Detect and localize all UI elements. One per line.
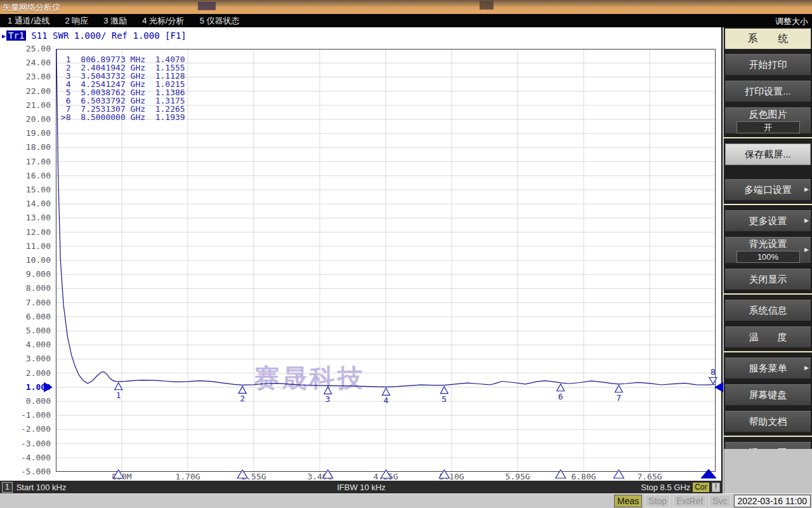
y-tick-label: 17.00 — [1, 157, 51, 167]
marker-7-axis-pointer[interactable] — [613, 470, 624, 478]
trace-name-badge[interactable]: Tr1 — [6, 30, 26, 41]
marker-8-axis-pointer[interactable] — [701, 469, 716, 478]
marker-5-handle[interactable] — [440, 387, 448, 394]
y-tick-label: 12.00 — [1, 227, 51, 237]
menu-bar: 1 通道/迹线2 响应3 激励4 光标/分析5 仪器状态调整大小 — [0, 14, 812, 27]
softkey-gap — [724, 165, 812, 174]
y-tick-label: 19.00 — [1, 128, 51, 138]
marker-4-handle[interactable] — [383, 388, 390, 395]
temperature-button[interactable]: 温 度 — [725, 326, 811, 348]
active-trace-arrow-icon: ▶ — [2, 32, 6, 39]
screen-keyboard-button-label: 屏幕键盘 — [749, 389, 787, 401]
channel-status-bar: 1 Start 100 kHz IFBW 10 kHz Stop 8.5 GHz… — [0, 481, 723, 493]
x-tick-label: 5.10G — [426, 472, 477, 481]
marker-readout-table: 1 806.89773 MHz 1.4070 2 2.4041942 GHz 1… — [61, 55, 185, 121]
menu-response[interactable]: 2 响应 — [57, 15, 96, 27]
y-tick-label: 9.000 — [1, 269, 51, 279]
softkey-menu: 系 统 开始打印打印设置...反色图片开保存截屏...多端口设置▶更多设置▶背光… — [724, 27, 812, 449]
start-print-button[interactable]: 开始打印 — [725, 54, 811, 76]
system-info-button[interactable]: 系统信息 — [725, 300, 811, 321]
y-tick-label: 11.00 — [1, 241, 51, 251]
temperature-button-label: 温 度 — [749, 331, 787, 344]
taskbar: MeasStopExtRefSvc2022-03-16 11:00 — [0, 493, 812, 508]
invert-image-button[interactable]: 反色图片开 — [725, 107, 811, 134]
y-tick-label: 20.00 — [1, 114, 51, 124]
titlebar-artifact — [198, 2, 216, 10]
resize-button[interactable]: 调整大小 — [775, 16, 808, 27]
marker-8-number: 8 — [710, 367, 716, 377]
stop-frequency-label: Stop 8.5 GHz — [641, 483, 690, 492]
softkey-separator — [724, 204, 812, 205]
print-settings-button[interactable]: 打印设置... — [725, 81, 811, 102]
vna-application-window: 矢量网络分析仪 1 通道/迹线2 响应3 激励4 光标/分析5 仪器状态调整大小… — [0, 0, 812, 508]
trace-markers: 12345678 — [114, 367, 717, 478]
backlight-settings-button[interactable]: 背光设置100%▶ — [725, 237, 811, 264]
menu-marker-analysis[interactable]: 4 光标/分析 — [134, 15, 192, 27]
svc-indicator: Svc — [709, 495, 730, 507]
y-tick-label: 16.00 — [1, 171, 51, 181]
multiport-settings-button[interactable]: 多端口设置▶ — [725, 179, 811, 201]
submenu-arrow-icon: ▶ — [804, 364, 809, 371]
screen-keyboard-button[interactable]: 屏幕键盘 — [725, 384, 811, 406]
backlight-settings-button-value[interactable]: 100% — [737, 251, 800, 263]
stop-indicator: Stop — [645, 495, 670, 507]
y-tick-label: 22.00 — [1, 86, 51, 97]
marker-4-number: 4 — [384, 396, 389, 405]
invert-image-button-label: 反色图片 — [749, 109, 787, 121]
warning-badge: ! — [712, 483, 720, 492]
ifbw-label: IFBW 10 kHz — [0, 483, 723, 492]
y-tick-label: 23.00 — [1, 72, 51, 82]
submenu-arrow-icon: ▶ — [804, 217, 809, 224]
marker-2-number: 2 — [240, 394, 245, 403]
marker-3-handle[interactable] — [324, 387, 332, 394]
close-display-button[interactable]: 关闭显示 — [725, 269, 811, 290]
y-tick-label: 7.000 — [1, 298, 51, 308]
y-tick-label: 2.000 — [1, 368, 51, 378]
y-tick-label: 0.000 — [1, 396, 51, 406]
trace-header: ▶ Tr1 S11 SWR 1.000/ Ref 1.000 [F1] — [2, 30, 187, 41]
marker-8-handle[interactable] — [709, 377, 717, 384]
multiport-settings-button-label: 多端口设置 — [744, 184, 792, 196]
more-settings-button[interactable]: 更多设置▶ — [725, 210, 811, 232]
y-tick-label: 13.00 — [1, 213, 51, 223]
menu-stimulus[interactable]: 3 激励 — [96, 15, 134, 27]
titlebar-artifact — [480, 1, 494, 10]
ref-level-pointer-right[interactable] — [714, 382, 723, 392]
submenu-arrow-icon: ▶ — [804, 186, 809, 192]
softkey-separator — [724, 293, 812, 295]
y-tick-label: 8.000 — [1, 283, 51, 293]
save-screenshot-button[interactable]: 保存截屏... — [725, 144, 811, 165]
y-tick-label: 25.00 — [1, 44, 51, 54]
softkey-menu-title: 系 统 — [725, 29, 811, 49]
x-tick-label: 3.40G — [294, 472, 345, 481]
marker-readout-row: >8 8.5000000 GHz 1.1939 — [61, 113, 185, 121]
trace-format-text: S11 SWR 1.000/ Ref 1.000 [F1] — [31, 30, 186, 41]
print-settings-button-label: 打印设置... — [745, 86, 791, 98]
y-tick-label: 21.00 — [1, 100, 51, 110]
menu-instrument-state[interactable]: 5 仪器状态 — [192, 15, 247, 27]
y-tick-label: 15.00 — [1, 185, 51, 195]
service-menu-button[interactable]: 服务菜单▶ — [725, 358, 811, 379]
marker-1-number: 1 — [116, 391, 121, 400]
chart-panel: ▶ Tr1 S11 SWR 1.000/ Ref 1.000 [F1] 25.0… — [0, 27, 723, 481]
softkey-separator — [724, 137, 812, 138]
extref-indicator: ExtRef — [673, 495, 706, 507]
y-tick-label: 5.000 — [1, 326, 51, 336]
backlight-settings-button-label: 背光设置 — [749, 238, 787, 250]
sidebar-empty-area — [724, 449, 812, 493]
invert-image-button-value[interactable]: 开 — [737, 121, 800, 133]
marker-1-handle[interactable] — [115, 383, 122, 390]
help-docs-button-label: 帮助文档 — [749, 416, 787, 428]
y-tick-label: 18.00 — [1, 142, 51, 152]
main-area: ▶ Tr1 S11 SWR 1.000/ Ref 1.000 [F1] 25.0… — [0, 27, 812, 493]
marker-7-handle[interactable] — [615, 385, 622, 392]
menu-channel-trace[interactable]: 1 通道/迹线 — [0, 15, 57, 27]
x-tick-label: 1.70G — [162, 472, 213, 481]
marker-5-number: 5 — [442, 394, 447, 404]
help-docs-button[interactable]: 帮助文档 — [725, 411, 811, 432]
y-tick-label: 14.00 — [1, 199, 51, 209]
window-title: 矢量网络分析仪 — [3, 2, 60, 13]
save-screenshot-button-label: 保存截屏... — [745, 149, 791, 161]
x-tick-label: 2.55G — [228, 472, 279, 481]
marker-6-number: 6 — [558, 392, 563, 401]
